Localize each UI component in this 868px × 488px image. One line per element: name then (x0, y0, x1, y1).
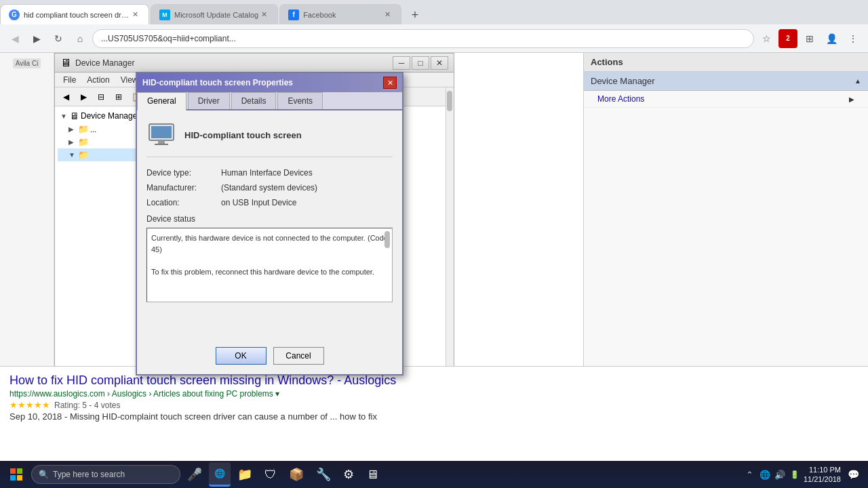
svg-rect-6 (10, 475, 16, 481)
extension1-icon[interactable]: 2 (778, 29, 797, 48)
actions-panel: Actions Device Manager ▲ More Actions ▶ (583, 53, 868, 393)
ok-button[interactable]: OK (216, 347, 267, 365)
tab-details[interactable]: Details (231, 92, 277, 109)
maximize-button[interactable]: □ (412, 56, 429, 70)
cancel-button[interactable]: Cancel (273, 347, 324, 365)
tray-battery[interactable]: 🔋 (789, 468, 801, 481)
search-placeholder: Type here to search (53, 470, 125, 479)
web-result-title[interactable]: How to fix HID compliant touch screen mi… (9, 373, 859, 388)
minimize-button[interactable]: ─ (393, 56, 410, 70)
tab-close-hid[interactable]: ✕ (130, 9, 140, 20)
tray-network[interactable]: 🌐 (759, 468, 771, 481)
toolbar-back[interactable]: ◀ (58, 89, 74, 105)
web-snippet-row: Sep 10, 2018 - Missing HID-complaint tou… (9, 411, 859, 422)
taskbar-app3[interactable]: 🛡 (259, 462, 282, 487)
properties-dialog: HID-compliant touch screen Properties ✕ … (136, 72, 403, 375)
start-button[interactable] (3, 462, 30, 487)
toolbar-forward[interactable]: ▶ (75, 89, 92, 105)
prop-value-mfr: (Standard system devices) (221, 183, 393, 192)
actions-header: Actions (584, 53, 868, 72)
tree-label2: ... (90, 125, 96, 134)
prop-value-type: Human Interface Devices (221, 168, 393, 178)
tab-title-hid: hid compliant touch screen drive... (24, 11, 130, 19)
menu-action[interactable]: Action (81, 73, 115, 87)
profile-icon[interactable]: 👤 (822, 29, 841, 48)
toolbar-item2[interactable]: ⊞ (111, 89, 127, 105)
svg-rect-7 (17, 475, 22, 481)
tab-title-ms: Microsoft Update Catalog (174, 11, 258, 19)
bookmark-button[interactable]: ☆ (757, 29, 776, 48)
tab-general[interactable]: General (137, 92, 186, 110)
taskbar-app4[interactable]: 📦 (283, 462, 309, 487)
actions-section-label: Device Manager (591, 76, 655, 86)
status-scrollbar[interactable] (384, 230, 391, 302)
prop-manufacturer: Manufacturer: (Standard system devices) (146, 183, 393, 192)
refresh-button[interactable]: ↻ (49, 29, 68, 48)
tab-favicon-ms: M (159, 9, 170, 20)
avila-label: Avila Ci (13, 58, 41, 68)
taskbar-cortana[interactable]: 🎤 (182, 462, 208, 487)
svg-rect-2 (158, 140, 165, 144)
browser-toolbar: ◀ ▶ ↻ ⌂ ...US705US705&oq=hiid+compliant.… (0, 24, 868, 53)
menu-icon[interactable]: ⋮ (844, 29, 863, 48)
web-snippet: Missing HID-complaint touch screen drive… (70, 411, 377, 422)
svg-rect-1 (151, 126, 172, 138)
browser-chrome: G hid compliant touch screen drive... ✕ … (0, 0, 868, 53)
dialog-footer: OK Cancel (137, 339, 402, 374)
tray-chevron[interactable]: ⌃ (744, 468, 756, 481)
back-button[interactable]: ◀ (5, 29, 24, 48)
home-button[interactable]: ⌂ (71, 29, 90, 48)
content-scrollbar[interactable] (446, 106, 454, 392)
prop-label-loc: Location: (146, 198, 221, 207)
scrollbar-thumb (447, 106, 452, 111)
web-rating-text: Rating: 5 - 4 votes (54, 401, 120, 410)
search-bar[interactable]: 🔍 Type here to search (31, 465, 180, 484)
tab-title-fb: Facebook (303, 11, 382, 19)
taskbar-app6[interactable]: ⚙ (338, 462, 359, 487)
system-tray: ⌃ 🌐 🔊 🔋 11:10 PM 11/21/2018 💬 (741, 462, 865, 487)
search-icon: 🔍 (39, 470, 49, 479)
extension2-icon[interactable]: ⊞ (800, 29, 819, 48)
tray-volume[interactable]: 🔊 (774, 468, 786, 481)
toolbar-item1[interactable]: ⊟ (93, 89, 109, 105)
main-content: Avila Ci 🖥 Device Manager ─ □ ✕ File Act… (0, 53, 868, 488)
svg-rect-5 (17, 468, 22, 474)
actions-section-header[interactable]: Device Manager ▲ (584, 72, 868, 91)
tab-microsoft[interactable]: M Microsoft Update Catalog ✕ (151, 4, 278, 24)
prop-device-type: Device type: Human Interface Devices (146, 168, 393, 178)
window-close-button[interactable]: ✕ (431, 56, 448, 70)
tray-clock[interactable]: 11:10 PM 11/21/2018 (804, 465, 841, 485)
actions-more-actions[interactable]: More Actions ▶ (584, 91, 868, 108)
web-stars: ★★★★★ (9, 400, 50, 410)
device-status-box: Currently, this hardware device is not c… (146, 228, 393, 302)
tree-icon2: 📁 (78, 124, 89, 134)
dialog-title-label: HID-compliant touch screen Properties (142, 78, 383, 87)
taskbar: 🔍 Type here to search 🎤 🌐 📁 🛡 📦 🔧 ⚙ 🖥 ⌃ … (0, 461, 868, 488)
tab-close-ms[interactable]: ✕ (258, 9, 269, 20)
notification-button[interactable]: 💬 (844, 462, 863, 487)
dialog-close-button[interactable]: ✕ (383, 77, 397, 89)
tree-arrow4: ▼ (68, 151, 77, 159)
tree-arrow3: ▶ (68, 138, 77, 146)
taskbar-app7[interactable]: 🖥 (361, 462, 384, 487)
forward-button[interactable]: ▶ (27, 29, 46, 48)
menu-file[interactable]: File (58, 73, 81, 87)
taskbar-explorer[interactable]: 📁 (232, 462, 258, 487)
new-tab-button[interactable]: + (406, 5, 425, 24)
tab-driver[interactable]: Driver (188, 92, 230, 109)
tab-events[interactable]: Events (277, 92, 323, 109)
taskbar-chrome[interactable]: 🌐 (209, 462, 231, 487)
more-actions-arrow: ▶ (849, 96, 854, 103)
status-scrollbar-thumb (384, 231, 390, 248)
tab-facebook[interactable]: f Facebook ✕ (279, 4, 401, 24)
tab-hid[interactable]: G hid compliant touch screen drive... ✕ (0, 4, 149, 24)
address-bar[interactable]: ...US705US705&oq=hiid+compliant... (92, 29, 754, 48)
dialog-spacer (146, 302, 393, 329)
tab-close-fb[interactable]: ✕ (382, 9, 393, 20)
tree-icon4: 📁 (78, 150, 89, 160)
prop-label-mfr: Manufacturer: (146, 183, 221, 192)
clock-date: 11/21/2018 (804, 474, 841, 484)
device-status-text: Currently, this hardware device is not c… (151, 234, 388, 276)
address-text: ...US705US705&oq=hiid+compliant... (101, 34, 236, 43)
taskbar-app5[interactable]: 🔧 (311, 462, 336, 487)
